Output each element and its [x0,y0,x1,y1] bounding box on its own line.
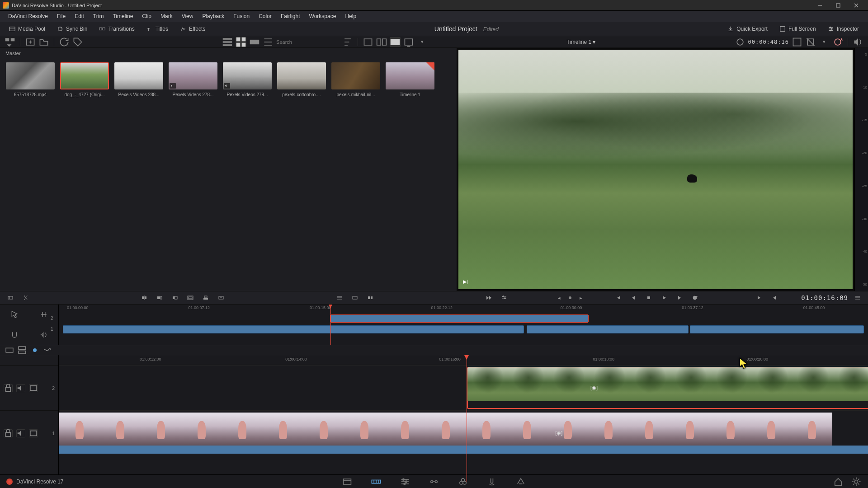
selection-tool-button[interactable] [10,310,19,319]
search-input[interactable] [276,39,340,45]
menu-mark[interactable]: Mark [156,11,177,21]
overview-track-v2[interactable]: 2 [59,314,868,324]
go-to-out-button[interactable] [769,292,780,303]
window-minimize-button[interactable] [811,0,829,11]
quick-export-button[interactable]: Quick Export [723,24,772,34]
edit-page-button[interactable] [400,476,410,487]
bin-view-dropdown[interactable] [5,37,15,47]
track-lock-button[interactable] [4,429,13,437]
record-icon[interactable] [735,37,745,47]
menu-davinci-resolve[interactable]: DaVinci Resolve [4,11,52,21]
detail-playhead[interactable] [467,355,467,482]
menu-workspace[interactable]: Workspace [305,11,341,21]
project-settings-button[interactable] [851,476,862,487]
clip-thumb[interactable]: 657518728.mp4 [5,62,55,97]
menu-fairlight[interactable]: Fairlight [276,11,305,21]
clip-thumb[interactable]: Pexels Videos 288... [114,62,164,97]
overview-ruler[interactable]: 01:00:00:00 01:00:07:12 01:00:15:00 01:0… [59,305,868,313]
timeline-clip[interactable]: [◉] [467,367,868,408]
trim-tool-button[interactable] [39,310,48,319]
menu-playback[interactable]: Playback [198,11,229,21]
append-button[interactable] [154,292,165,303]
cut-button[interactable] [364,292,376,303]
timeline-clip[interactable]: [◉] [59,413,868,454]
fast-review-button[interactable] [483,292,495,303]
go-to-start-button[interactable] [612,292,624,303]
close-up-button[interactable] [184,292,196,303]
prev-frame-button[interactable] [627,292,639,303]
clip-thumb[interactable]: Timeline 1 [385,62,435,97]
track-header-v1[interactable]: 1 [0,410,58,455]
jog-back-button[interactable]: ◂ [553,292,565,303]
cut-page-button[interactable] [371,476,382,487]
track-mute-button[interactable] [16,384,25,392]
detail-track-v2[interactable]: [◉] [59,365,868,410]
loop-button[interactable] [832,37,843,47]
av-button[interactable] [17,346,27,354]
menu-trim[interactable]: Trim [89,11,108,21]
chevron-down-icon[interactable]: ▾ [417,37,428,47]
source-overwrite-button[interactable] [215,292,227,303]
fusion-page-button[interactable] [429,476,439,487]
single-viewer-button[interactable] [363,37,373,47]
next-frame-button[interactable] [674,292,685,303]
overview-playhead[interactable] [330,305,331,345]
deliver-page-button[interactable] [515,476,526,487]
menu-help[interactable]: Help [340,11,361,21]
clip-thumb[interactable]: dog_-_4727 (Origi... [60,62,109,97]
place-on-top-button[interactable] [200,292,212,303]
loop-playback-button[interactable] [689,292,701,303]
cinema-viewer-button[interactable] [390,37,401,47]
menu-timeline[interactable]: Timeline [108,11,137,21]
track-mute-button[interactable] [16,429,25,437]
menu-color[interactable]: Color [254,11,276,21]
dissolve-button[interactable] [349,292,361,303]
detail-ruler[interactable]: 01:00:12:00 01:00:14:00 01:00:16:00 01:0… [59,355,868,365]
media-page-button[interactable] [342,476,353,487]
home-button[interactable] [833,476,844,487]
overview-clip[interactable] [330,314,589,323]
edit-point-icon[interactable]: [◉] [590,385,599,392]
bypass-fx-button[interactable] [805,37,816,47]
menu-fusion[interactable]: Fusion [229,11,254,21]
track-lock-button[interactable] [4,384,13,392]
fairlight-page-button[interactable] [486,476,497,487]
import-folder-button[interactable] [38,37,49,47]
clip-thumb[interactable]: Pexels Videos 279... [222,62,272,97]
track-header-v2[interactable]: 2 [0,365,58,410]
window-close-button[interactable] [847,0,865,11]
sync-bin-button[interactable]: Sync Bin [52,24,92,34]
track-enable-button[interactable] [29,429,38,437]
list-view-button[interactable] [222,37,233,47]
window-maximize-button[interactable] [829,0,847,11]
metadata-view-button[interactable] [263,37,274,47]
dual-viewer-button[interactable] [376,37,387,47]
menu-clip[interactable]: Clip [137,11,156,21]
detail-track-v1[interactable]: [◉] [59,410,868,455]
viewer-options-button[interactable] [792,37,802,47]
effects-button[interactable]: Effects [175,24,210,34]
menu-edit[interactable]: Edit [70,11,89,21]
timeline-name-dropdown[interactable]: Timeline 1 ▾ [566,39,595,45]
track-enable-button[interactable] [29,384,38,392]
media-pool-button[interactable]: Media Pool [5,24,50,34]
smart-insert-button[interactable] [138,292,150,303]
overview-clip[interactable] [690,325,864,333]
sync-lock-button[interactable] [30,346,40,354]
clip-thumb[interactable]: pexels-cottonbro-... [277,62,326,97]
timeline-options-button[interactable] [498,292,510,303]
strip-view-button[interactable] [249,37,260,47]
edit-point-icon[interactable]: [◉] [554,430,563,437]
clip-thumb[interactable]: Pexels Videos 278... [168,62,218,97]
transitions-button[interactable]: Transitions [94,24,139,34]
clip-thumb[interactable]: pexels-mikhail-nil... [331,62,381,97]
split-clip-button[interactable] [20,292,32,303]
viewer-mode-dropdown[interactable] [403,37,414,47]
overview-clip[interactable] [63,325,524,333]
tag-button[interactable] [72,37,83,47]
refresh-button[interactable] [59,37,70,47]
menu-file[interactable]: File [52,11,70,21]
overview-clip[interactable] [527,325,689,333]
menu-view[interactable]: View [177,11,198,21]
audio-trim-button[interactable] [39,330,48,339]
